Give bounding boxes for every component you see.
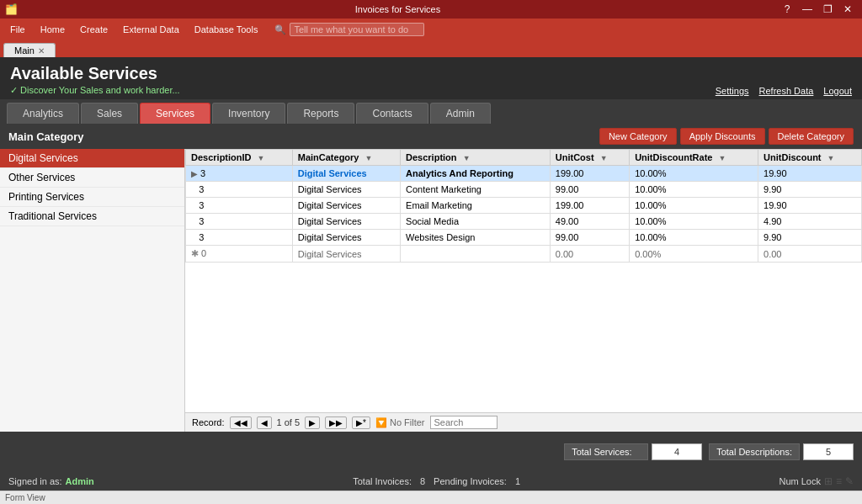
stat-total-services: Total Services: 4 xyxy=(564,443,702,460)
sort-cost-icon: ▼ xyxy=(600,154,608,162)
table-row[interactable]: 3 Digital Services Websites Design 99.00… xyxy=(186,230,862,246)
page-header-left: Available Services ✓ Discover Your Sales… xyxy=(10,64,180,96)
table-row-new[interactable]: ✱ 0 Digital Services 0.00 0.00% 0.00 xyxy=(186,246,862,263)
app-tab-close-icon[interactable]: ✕ xyxy=(38,46,45,56)
tab-inventory[interactable]: Inventory xyxy=(212,103,285,124)
tab-contacts[interactable]: Contacts xyxy=(356,103,428,124)
search-icon: 🔍 xyxy=(274,24,286,35)
tab-analytics[interactable]: Analytics xyxy=(7,103,79,124)
nav-next-button[interactable]: ▶ xyxy=(305,416,320,429)
view-icon-list[interactable]: ≡ xyxy=(836,475,842,487)
sort-desc-id-icon: ▼ xyxy=(258,154,265,162)
table-row[interactable]: 3 Digital Services Content Marketing 99.… xyxy=(186,182,862,198)
left-panel-item-digital-services[interactable]: Digital Services xyxy=(0,149,184,168)
nav-first-button[interactable]: ◀◀ xyxy=(230,416,252,429)
sort-discount-icon: ▼ xyxy=(827,154,835,162)
stat-total-descriptions-label: Total Descriptions: xyxy=(709,443,800,460)
left-panel-item-traditional-services[interactable]: Traditional Services xyxy=(0,207,184,226)
stat-total-services-label: Total Services: xyxy=(564,443,648,460)
row-cell-discount: 19.90 xyxy=(758,166,862,182)
app-tab-main[interactable]: Main ✕ xyxy=(3,43,56,57)
total-invoices-label: Total Invoices: xyxy=(353,476,412,486)
col-unit-discount[interactable]: UnitDiscount ▼ xyxy=(758,150,862,166)
filter-icon: 🔽 xyxy=(375,417,387,428)
status-bar: Signed in as: Admin Total Invoices: 8 Pe… xyxy=(0,472,862,491)
tab-sales[interactable]: Sales xyxy=(81,103,138,124)
grid-search-input[interactable] xyxy=(430,416,498,429)
settings-link[interactable]: Settings xyxy=(716,86,749,96)
tab-services[interactable]: Services xyxy=(140,103,210,124)
help-button[interactable]: ? xyxy=(778,2,796,17)
title-bar: 🗂️ Invoices for Services ? — ❐ ✕ xyxy=(0,0,862,19)
col-main-category[interactable]: MainCategory ▼ xyxy=(292,150,400,166)
grid-footer: Record: ◀◀ ◀ 1 of 5 ▶ ▶▶ ▶* 🔽 No Filter xyxy=(185,412,862,432)
menu-item-external-data[interactable]: External Data xyxy=(116,22,186,37)
col-desc-id[interactable]: DescriptionID ▼ xyxy=(186,150,293,166)
title-bar-title: Invoices for Services xyxy=(18,4,778,14)
page-header: Available Services ✓ Discover Your Sales… xyxy=(0,57,862,99)
row-cell-rate: 10.00% xyxy=(630,198,758,214)
row-cell-desc: Analytics And Reporting xyxy=(401,166,551,182)
refresh-data-link[interactable]: Refresh Data xyxy=(759,86,814,96)
view-icon-edit[interactable]: ✎ xyxy=(845,475,854,487)
col-unit-cost[interactable]: UnitCost ▼ xyxy=(550,150,629,166)
page-header-actions: Settings Refresh Data Logout xyxy=(716,86,852,96)
delete-category-button[interactable]: Delete Category xyxy=(769,128,854,145)
status-left: Signed in as: Admin xyxy=(8,476,94,486)
record-of: 1 of 5 xyxy=(277,417,301,427)
num-lock-label: Num Lock xyxy=(779,476,821,486)
col-unit-discount-rate[interactable]: UnitDiscountRate ▼ xyxy=(630,150,758,166)
nav-last-button[interactable]: ▶▶ xyxy=(325,416,347,429)
workspace: Available Services ✓ Discover Your Sales… xyxy=(0,57,862,472)
nav-new-button[interactable]: ▶* xyxy=(352,416,370,429)
row-cell-desc: Content Marketing xyxy=(401,182,551,198)
menu-item-database-tools[interactable]: Database Tools xyxy=(188,22,265,37)
left-panel-item-printing-services[interactable]: Printing Services xyxy=(0,188,184,207)
row-cell-desc: Social Media xyxy=(401,214,551,230)
tab-admin[interactable]: Admin xyxy=(430,103,491,124)
logout-link[interactable]: Logout xyxy=(823,86,852,96)
form-view-bar: Form View xyxy=(0,491,862,504)
menu-search: 🔍 xyxy=(274,23,424,36)
sort-rate-icon: ▼ xyxy=(718,154,726,162)
row-cell-discount-new: 0.00 xyxy=(758,246,862,263)
row-cell-desc-id: 3 xyxy=(186,230,293,246)
section-title: Main Category xyxy=(8,130,84,143)
row-cell-main-cat: Digital Services xyxy=(292,198,400,214)
stat-total-descriptions: Total Descriptions: 5 xyxy=(709,443,854,460)
table-row[interactable]: 3 Digital Services Social Media 49.00 10… xyxy=(186,214,862,230)
sort-main-cat-icon: ▼ xyxy=(365,154,373,162)
filter-label: No Filter xyxy=(390,417,425,427)
status-user: Admin xyxy=(66,476,94,486)
row-cell-rate: 10.00% xyxy=(630,214,758,230)
row-cell-cost: 199.00 xyxy=(550,166,629,182)
close-button[interactable]: ✕ xyxy=(838,2,857,17)
table-row[interactable]: 3 Digital Services Email Marketing 199.0… xyxy=(186,198,862,214)
menu-search-input[interactable] xyxy=(290,23,424,36)
nav-prev-button[interactable]: ◀ xyxy=(257,416,272,429)
row-cell-main-cat-new: Digital Services xyxy=(292,246,400,263)
menu-item-create[interactable]: Create xyxy=(73,22,114,37)
new-category-button[interactable]: New Category xyxy=(599,128,677,145)
col-description[interactable]: Description ▼ xyxy=(401,150,551,166)
view-icon-grid[interactable]: ⊞ xyxy=(824,475,833,487)
signed-in-label: Signed in as: xyxy=(8,476,62,486)
status-right: Num Lock ⊞ ≡ ✎ xyxy=(779,475,854,487)
row-cell-cost-new: 0.00 xyxy=(550,246,629,263)
status-center: Total Invoices: 8 Pending Invoices: 1 xyxy=(353,476,520,486)
tab-reports[interactable]: Reports xyxy=(287,103,354,124)
row-cell-discount: 4.90 xyxy=(758,214,862,230)
row-cell-cost: 49.00 xyxy=(550,214,629,230)
right-panel: DescriptionID ▼ MainCategory ▼ Descripti… xyxy=(185,149,862,432)
table-row[interactable]: ▶ 3 Digital Services Analytics And Repor… xyxy=(186,166,862,182)
apply-discounts-button[interactable]: Apply Discounts xyxy=(680,128,765,145)
maximize-button[interactable]: ❐ xyxy=(818,2,837,17)
menu-item-file[interactable]: File xyxy=(3,22,32,37)
minimize-button[interactable]: — xyxy=(798,2,817,17)
row-cell-desc: Websites Design xyxy=(401,230,551,246)
row-cell-rate: 10.00% xyxy=(630,166,758,182)
left-panel-item-other-services[interactable]: Other Services xyxy=(0,168,184,188)
row-cell-main-cat: Digital Services xyxy=(292,214,400,230)
stats-bar: Total Services: 4 Total Descriptions: 5 xyxy=(0,432,862,472)
menu-item-home[interactable]: Home xyxy=(34,22,72,37)
